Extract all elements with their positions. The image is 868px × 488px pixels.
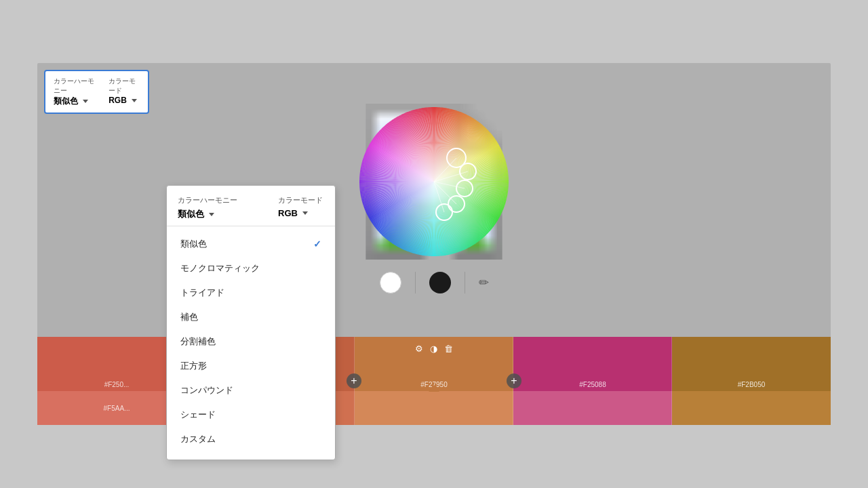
mode-chevron-icon xyxy=(132,99,137,102)
color-wheel-area: ✏ xyxy=(37,90,831,293)
picker-separator2 xyxy=(465,272,465,293)
dropdown-mode-chevron xyxy=(302,211,308,215)
eyedropper-icon[interactable]: ✏ xyxy=(479,275,489,290)
swatch-controls-3: ⚙ ◑ 🗑 xyxy=(415,344,453,354)
trash-icon[interactable]: 🗑 xyxy=(444,344,453,354)
mini-mode-value[interactable]: RGB xyxy=(108,96,140,105)
dropdown-harmony-value[interactable]: 類似色 xyxy=(178,208,237,220)
option-complementary[interactable]: 補色 xyxy=(167,305,335,329)
swatch-top-3[interactable]: ⚙ ◑ 🗑 #F27950 xyxy=(355,337,513,391)
outer-background: カラーハーモニー 類似色 カラーモード RGB xyxy=(0,0,868,488)
harmony-dropdown: カラーハーモニー 類似色 カラーモード RGB 類似色 xyxy=(166,185,336,460)
picker-separator xyxy=(415,272,416,293)
half-circle-icon[interactable]: ◑ xyxy=(430,344,437,354)
dropdown-header: カラーハーモニー 類似色 カラーモード RGB xyxy=(167,186,335,226)
option-triad[interactable]: トライアド xyxy=(167,281,335,305)
dropdown-mode-value[interactable]: RGB xyxy=(278,208,323,218)
option-square[interactable]: 正方形 xyxy=(167,354,335,378)
harmony-chevron-icon xyxy=(83,100,88,103)
option-analogous[interactable]: 類似色 ✓ xyxy=(167,232,335,256)
main-panel: カラーハーモニー 類似色 カラーモード RGB xyxy=(37,63,831,425)
white-color-picker[interactable] xyxy=(380,272,401,293)
swatch-bottom-hex-1: #F5AA... xyxy=(104,405,130,412)
swatch-top-5[interactable]: #F2B050 xyxy=(672,337,831,391)
color-wheel[interactable] xyxy=(356,104,512,260)
option-split-complementary[interactable]: 分割補色 xyxy=(167,329,335,354)
dropdown-harmony-label: カラーハーモニー xyxy=(178,195,237,205)
dropdown-harmony-chevron xyxy=(209,213,214,216)
sliders-icon[interactable]: ⚙ xyxy=(415,344,423,354)
swatch-bottom-5[interactable] xyxy=(672,391,831,425)
black-color-picker[interactable] xyxy=(429,272,451,293)
option-compound[interactable]: コンパウンド xyxy=(167,378,335,403)
mini-harmony-label: カラーハーモニー xyxy=(54,77,95,96)
swatch-hex-1: #F250... xyxy=(104,381,130,388)
swatch-cell-3: + + ⚙ ◑ 🗑 #F27950 xyxy=(355,337,513,425)
plus-left-button[interactable]: + xyxy=(347,373,361,388)
color-pickers-row: ✏ xyxy=(380,272,489,293)
swatch-hex-4: #F25088 xyxy=(579,381,606,388)
option-shade[interactable]: シェード xyxy=(167,403,335,427)
mini-mode-label: カラーモード xyxy=(108,77,140,96)
top-mini-panel[interactable]: カラーハーモニー 類似色 カラーモード RGB xyxy=(44,70,149,114)
swatch-top-4[interactable]: #F25088 xyxy=(513,337,672,391)
swatch-bottom-3[interactable] xyxy=(355,391,513,425)
option-monochromatic[interactable]: モノクロマティック xyxy=(167,256,335,281)
harmony-options-list: 類似色 ✓ モノクロマティック トライアド 補色 分割補色 正方形 xyxy=(167,229,335,454)
swatch-bottom-4[interactable] xyxy=(513,391,672,425)
swatch-cell-4: #F25088 xyxy=(513,337,672,425)
swatch-cell-5: #F2B050 xyxy=(672,337,831,425)
up-arrow-3 xyxy=(429,385,439,392)
dropdown-mode-label: カラーモード xyxy=(278,195,323,205)
swatch-hex-5: #F2B050 xyxy=(738,381,766,388)
selected-check-icon: ✓ xyxy=(313,239,321,249)
option-custom[interactable]: カスタム xyxy=(167,427,335,451)
plus-right-button[interactable]: + xyxy=(507,373,521,388)
mini-harmony-value[interactable]: 類似色 xyxy=(54,96,95,107)
swatches-bar: #F250... #F5AA... + + xyxy=(37,337,831,425)
